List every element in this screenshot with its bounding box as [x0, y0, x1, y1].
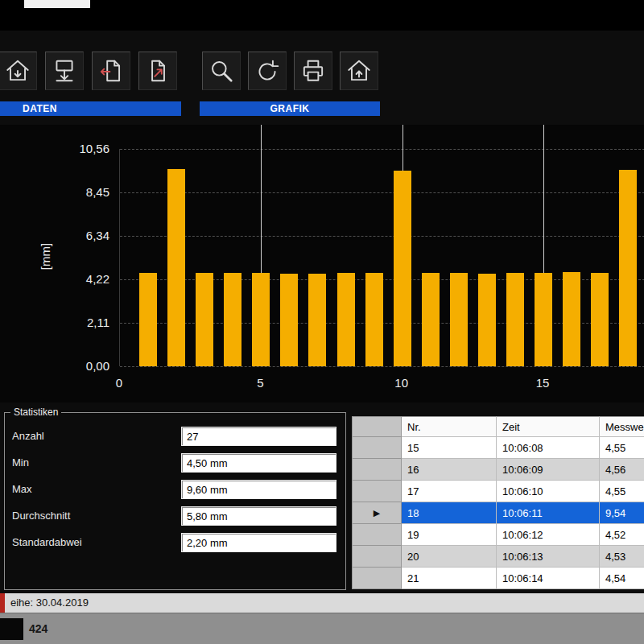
export-grafik-button[interactable]	[340, 52, 378, 90]
table-cell-nr[interactable]: 16	[402, 459, 497, 481]
report-button[interactable]	[138, 52, 177, 90]
stat-input-durchschnitt[interactable]	[181, 506, 336, 526]
table-cell-zeit[interactable]: 10:06:10	[497, 481, 600, 502]
table-row[interactable]: 1910:06:124,52	[352, 524, 644, 546]
chart-bar	[563, 272, 580, 366]
chart-bar	[252, 273, 270, 366]
table-cell-zeit[interactable]: 10:06:08	[497, 437, 600, 459]
save-download-icon	[51, 57, 78, 85]
table-header-row: Nr.ZeitMesswert	[352, 416, 644, 437]
row-selector-cell-active[interactable]: ▶	[352, 502, 402, 524]
table-row[interactable]: 1510:06:084,55	[352, 437, 644, 459]
stat-input-max[interactable]	[181, 480, 336, 499]
titlebar-fragment	[24, 0, 90, 8]
stat-label-min: Min	[12, 456, 29, 469]
recycle-icon	[254, 57, 281, 85]
chart-bar	[280, 274, 298, 366]
table-row[interactable]: 1610:06:094,56	[352, 459, 644, 481]
table-row[interactable]: 2110:06:144,54	[352, 568, 644, 589]
table-cell-messwert[interactable]: 4,55	[600, 437, 644, 459]
chart-bar	[337, 273, 355, 366]
row-selector-cell[interactable]	[352, 481, 402, 502]
chart-bar	[591, 273, 609, 366]
magnifier-icon	[208, 57, 235, 85]
toolbar: DATEN GRAFIK	[0, 31, 644, 125]
status-bar: eihe: 30.04.2019	[0, 593, 644, 613]
chart-bar	[422, 273, 440, 366]
x-axis-tick: 5	[248, 376, 272, 390]
save-button[interactable]	[45, 52, 84, 90]
stat-input-standardabweichung[interactable]	[181, 533, 336, 552]
x-axis-tick: 10	[390, 376, 414, 390]
house-export-icon	[345, 57, 373, 85]
taskbar-icon[interactable]	[0, 618, 23, 640]
chart-bar	[167, 169, 185, 366]
y-axis-tick: 8,45	[27, 185, 109, 199]
table-cell-messwert[interactable]: 4,56	[600, 459, 644, 481]
stat-input-min[interactable]	[181, 453, 336, 473]
row-selector-cell[interactable]	[352, 546, 402, 568]
table-cell-zeit[interactable]: 10:06:13	[497, 546, 600, 568]
table-cell-messwert[interactable]: 4,54	[600, 568, 644, 589]
table-cell-messwert[interactable]: 4,55	[600, 481, 644, 502]
y-axis-tick: 0,00	[27, 359, 109, 373]
status-text: eihe: 30.04.2019	[10, 593, 89, 613]
table-cell-nr[interactable]: 19	[402, 524, 497, 546]
table-cell-zeit[interactable]: 10:06:14	[497, 568, 600, 589]
chart-bar	[535, 273, 552, 366]
table-row[interactable]: 2010:06:134,53	[352, 546, 644, 568]
gridline-horizontal	[120, 366, 644, 367]
table-cell-nr[interactable]: 20	[402, 546, 497, 568]
y-axis-tick: 10,56	[27, 142, 109, 155]
row-selector-cell[interactable]	[352, 459, 402, 481]
table-column-header[interactable]: Zeit	[497, 416, 600, 437]
table-cell-zeit[interactable]: 10:06:09	[497, 459, 600, 481]
stat-label-max: Max	[12, 483, 32, 495]
y-axis-tick: 6,34	[27, 229, 109, 242]
stat-label-durchschnitt: Durchschnitt	[12, 510, 70, 522]
recycle-button[interactable]	[248, 52, 287, 90]
table-cell-messwert[interactable]: 4,52	[600, 524, 644, 546]
gridline-horizontal	[120, 192, 644, 193]
row-selector-cell[interactable]	[352, 524, 402, 546]
table-cell-zeit[interactable]: 10:06:12	[497, 524, 600, 546]
print-button[interactable]	[294, 52, 332, 90]
page-export-icon	[97, 57, 125, 85]
row-selector-cell[interactable]	[352, 437, 402, 459]
toolbar-group-label-grafik: GRAFIK	[200, 101, 380, 116]
table-cell-messwert[interactable]: 4,53	[600, 546, 644, 568]
table-cell-nr[interactable]: 21	[402, 568, 497, 589]
stat-label-anzahl: Anzahl	[12, 430, 44, 442]
chart-bar	[478, 274, 496, 366]
statistics-panel: Statistiken Anzahl Min Max Durchschnitt …	[4, 412, 346, 590]
chart-bar	[308, 274, 326, 366]
y-axis-tick: 4,22	[27, 272, 109, 286]
printer-icon	[299, 57, 327, 85]
chart-plot	[119, 149, 644, 366]
zoom-button[interactable]	[202, 52, 241, 90]
chart-bar	[394, 171, 411, 366]
table-cell-zeit[interactable]: 10:06:11	[497, 502, 600, 524]
table-cell-nr[interactable]: 17	[402, 481, 497, 502]
table-column-header[interactable]: Messwert	[600, 416, 644, 437]
table-cell-messwert[interactable]: 9,54	[600, 502, 644, 524]
titlebar	[0, 0, 644, 31]
chart-bar	[224, 273, 242, 366]
chart-bar	[619, 170, 637, 366]
taskbar-text: 424	[29, 613, 47, 644]
export-button[interactable]	[92, 52, 130, 90]
chart-bar	[365, 273, 383, 366]
stat-input-anzahl[interactable]	[181, 427, 336, 446]
chart-bar	[139, 273, 157, 366]
row-selector-cell[interactable]	[352, 568, 402, 589]
import-button[interactable]	[0, 52, 37, 90]
taskbar: 424	[0, 613, 644, 644]
page-report-icon	[144, 57, 171, 85]
table-cell-nr[interactable]: 15	[402, 437, 497, 459]
table-row[interactable]: ▶1810:06:119,54	[352, 502, 644, 524]
chart-bar	[506, 273, 524, 366]
table-column-header[interactable]: Nr.	[402, 416, 497, 437]
table-cell-nr[interactable]: 18	[402, 502, 497, 524]
table-row[interactable]: 1710:06:104,55	[352, 481, 644, 502]
stat-label-standardabweichung: Standardabwei	[12, 536, 82, 548]
